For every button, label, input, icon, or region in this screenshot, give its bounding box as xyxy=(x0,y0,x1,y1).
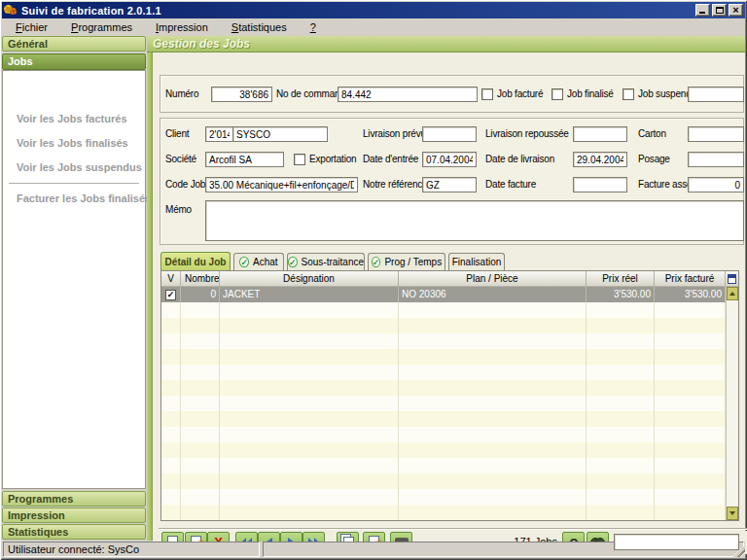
posage-field[interactable] xyxy=(688,152,744,167)
job-finalise-label: Job finalisé xyxy=(567,88,614,99)
suspendu-field[interactable] xyxy=(688,87,744,102)
no-commande-field[interactable] xyxy=(338,87,478,102)
sidebar-separator xyxy=(9,183,139,184)
sidebar-item-voir-jobs-factures[interactable]: Voir les Jobs facturés xyxy=(17,113,143,126)
cell-prix-reel: 3'530.00 xyxy=(587,287,655,302)
tab-achat[interactable]: ✓Achat xyxy=(233,253,284,270)
check-circle-icon: ✓ xyxy=(239,257,249,267)
column-header-nombre[interactable]: Nombre xyxy=(181,271,220,287)
sidebar-item-facturer-jobs-finalises[interactable]: Facturer les Jobs finalisés xyxy=(17,192,143,206)
sidebar-section-general[interactable]: Général xyxy=(2,36,146,52)
job-facture-label: Job facturé xyxy=(497,88,543,99)
menu-help[interactable]: ? xyxy=(302,20,324,34)
livraison-repoussee-label: Livraison repoussée xyxy=(485,128,569,139)
sidebar-item-voir-jobs-finalises[interactable]: Voir les Jobs finalisés xyxy=(17,137,143,151)
column-header-v[interactable]: V xyxy=(161,271,181,287)
page-title: Gestion des Jobs xyxy=(147,36,745,52)
table-row-selected[interactable]: ✓ 0 JACKET NO 20306 3'530.00 3'530.00 xyxy=(161,287,738,302)
sidebar-item-voir-jobs-suspendus[interactable]: Voir les Jobs suspendus xyxy=(17,161,143,175)
gears-icon xyxy=(4,4,18,17)
menu-programmes[interactable]: Programmes xyxy=(63,20,140,34)
tab-finalisation[interactable]: Finalisation xyxy=(448,253,505,270)
carton-field[interactable] xyxy=(688,126,744,142)
societe-field[interactable] xyxy=(205,152,284,167)
client-name-field[interactable] xyxy=(232,126,328,142)
notre-reference-field[interactable] xyxy=(422,177,477,192)
table-empty-row xyxy=(161,473,738,489)
date-facture-field[interactable] xyxy=(573,177,627,192)
job-facture-checkbox[interactable] xyxy=(481,88,493,100)
cell-designation: JACKET xyxy=(220,287,399,302)
code-job-label: Code Job xyxy=(165,179,205,190)
tab-sous-traitance[interactable]: ✓Sous-traitance xyxy=(287,253,365,270)
column-header-prix-facture[interactable]: Prix facturé xyxy=(655,271,726,287)
vertical-scrollbar[interactable] xyxy=(726,287,738,520)
jobs-detail-table: V Nombre Désignation Plan / Pièce Prix r… xyxy=(160,270,739,521)
column-header-designation[interactable]: Désignation xyxy=(220,271,399,287)
memo-label: Mémo xyxy=(165,204,192,215)
scroll-down-button[interactable] xyxy=(727,507,738,520)
table-empty-row xyxy=(161,489,738,505)
table-empty-row xyxy=(161,380,738,396)
table-grid-icon xyxy=(728,274,736,284)
tab-prog-temps[interactable]: ✓Prog / Temps xyxy=(368,253,445,270)
maximize-button[interactable] xyxy=(712,4,727,17)
memo-textarea[interactable] xyxy=(205,200,744,241)
menu-impression[interactable]: Impression xyxy=(148,20,216,34)
menu-statistiques[interactable]: Statistiques xyxy=(224,20,295,34)
date-facture-label: Date facture xyxy=(485,179,536,190)
row-check-cell[interactable]: ✓ xyxy=(161,287,181,302)
client-label: Client xyxy=(165,128,189,139)
minimize-button[interactable] xyxy=(695,4,710,17)
code-job-field[interactable] xyxy=(205,177,358,192)
sidebar-section-programmes[interactable]: Programmes xyxy=(2,491,146,507)
exportation-label: Exportation xyxy=(309,154,356,164)
table-empty-rows xyxy=(161,302,738,520)
table-empty-row xyxy=(161,442,738,458)
livraison-repoussee-field[interactable] xyxy=(573,126,627,142)
societe-label: Société xyxy=(165,154,196,164)
main-panel: Gestion des Jobs Numéro No de commande J… xyxy=(147,36,745,541)
date-livraison-label: Date de livraison xyxy=(485,154,554,164)
table-options-button[interactable] xyxy=(726,271,738,287)
scroll-up-button[interactable] xyxy=(727,287,738,300)
date-entree-field[interactable] xyxy=(422,152,477,167)
menubar: Fichier Programmes Impression Statistiqu… xyxy=(2,18,745,35)
job-finalise-checkbox[interactable] xyxy=(551,88,563,100)
table-empty-row xyxy=(161,411,738,427)
group-numero: Numéro No de commande Job facturé Job fi… xyxy=(160,75,744,113)
toolbar-separator xyxy=(159,528,747,530)
notre-reference-label: Notre référence xyxy=(363,179,427,190)
tab-detail-du-job[interactable]: Détail du Job xyxy=(160,252,231,270)
group-details: Client Livraison prévue Livraison repous… xyxy=(160,118,744,245)
sidebar-section-impression[interactable]: Impression xyxy=(2,508,146,523)
table-empty-row xyxy=(161,458,738,473)
main-content: Numéro No de commande Job facturé Job fi… xyxy=(153,52,745,541)
column-header-prix-reel[interactable]: Prix réel xyxy=(587,271,655,287)
sidebar-jobs-panel: Voir les Jobs facturés Voir les Jobs fin… xyxy=(2,70,146,489)
sidebar-section-statistiques[interactable]: Statistiques xyxy=(2,524,146,540)
job-suspendu-checkbox[interactable] xyxy=(622,88,634,100)
cell-prix-facture: 3'530.00 xyxy=(655,287,726,302)
date-livraison-field[interactable] xyxy=(573,152,627,167)
table-empty-row xyxy=(161,427,738,442)
check-circle-icon: ✓ xyxy=(372,257,381,267)
table-empty-row xyxy=(161,396,738,411)
menu-fichier[interactable]: Fichier xyxy=(8,20,55,34)
exportation-checkbox[interactable] xyxy=(294,154,305,165)
close-button[interactable]: × xyxy=(729,4,743,17)
carton-label: Carton xyxy=(638,128,666,139)
facture-associee-field[interactable] xyxy=(688,177,744,192)
table-empty-row xyxy=(161,318,738,333)
client-code-field[interactable] xyxy=(205,126,233,142)
search-input[interactable] xyxy=(614,534,739,550)
livraison-prevue-field[interactable] xyxy=(422,126,477,142)
sidebar-section-jobs[interactable]: Jobs xyxy=(2,53,146,70)
numero-field[interactable] xyxy=(211,87,272,102)
cell-plan-piece: NO 20306 xyxy=(399,287,587,302)
row-checkbox-checked[interactable]: ✓ xyxy=(165,290,176,300)
table-empty-row xyxy=(161,505,738,520)
date-entree-label: Date d'entrée xyxy=(363,154,418,164)
column-header-plan-piece[interactable]: Plan / Pièce xyxy=(399,271,587,287)
table-empty-row xyxy=(161,349,738,365)
